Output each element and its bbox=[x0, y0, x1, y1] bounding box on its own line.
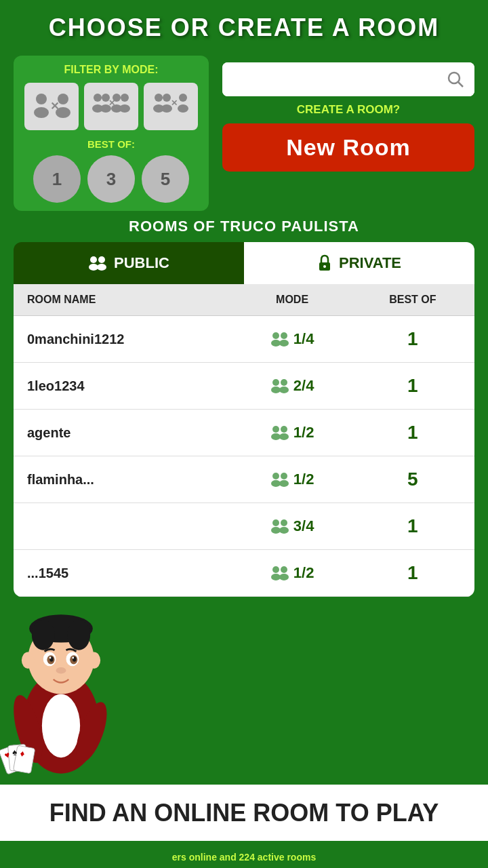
search-button[interactable] bbox=[436, 62, 474, 96]
room-bestof-5: 1 bbox=[365, 562, 461, 584]
svg-point-51 bbox=[281, 566, 287, 573]
table-row[interactable]: 3/4 1 bbox=[14, 503, 474, 550]
rooms-table: ROOM NAME MODE BEST OF 0manchini1212 1/4… bbox=[14, 284, 474, 597]
svg-point-45 bbox=[272, 519, 279, 526]
room-name-2: agente bbox=[27, 425, 220, 441]
people-icon bbox=[270, 565, 289, 581]
svg-point-28 bbox=[323, 265, 326, 268]
svg-point-58 bbox=[32, 620, 55, 650]
bestof-btn-3[interactable]: 3 bbox=[87, 155, 135, 203]
people-icon bbox=[270, 425, 289, 441]
room-mode-0: 1/4 bbox=[220, 330, 364, 348]
people-icon bbox=[270, 471, 289, 488]
mascot-svg: ♥ ♠ ♦ bbox=[0, 576, 129, 780]
room-mode-3: 1/2 bbox=[220, 471, 364, 488]
svg-point-33 bbox=[272, 379, 279, 386]
svg-point-40 bbox=[279, 433, 289, 440]
svg-point-32 bbox=[279, 340, 289, 347]
svg-point-26 bbox=[97, 264, 106, 271]
svg-point-25 bbox=[98, 256, 105, 263]
create-label: CREATE A ROOM? bbox=[222, 103, 474, 117]
room-bestof-2: 1 bbox=[365, 422, 461, 443]
svg-point-10 bbox=[113, 94, 121, 102]
room-name-0: 0manchini1212 bbox=[27, 332, 220, 347]
svg-point-12 bbox=[121, 94, 129, 102]
room-mode-5: 1/2 bbox=[220, 564, 364, 582]
svg-point-48 bbox=[279, 527, 289, 534]
people-icon bbox=[270, 331, 289, 347]
table-row[interactable]: flaminha... 1/2 5 bbox=[14, 456, 474, 503]
svg-point-35 bbox=[281, 379, 287, 386]
right-panel: CREATE A ROOM? New Room bbox=[222, 56, 474, 172]
public-icon bbox=[88, 255, 107, 271]
col-room-name: ROOM NAME bbox=[27, 294, 220, 306]
bottom-text: FIND AN ONLINE ROOM TO PLAY bbox=[14, 798, 474, 827]
svg-point-37 bbox=[272, 426, 279, 433]
header: CHOOSE OR CREATE A ROOM bbox=[0, 0, 488, 49]
bestof-btn-1[interactable]: 1 bbox=[33, 155, 81, 203]
svg-point-24 bbox=[89, 264, 98, 271]
tab-private-label: PRIVATE bbox=[339, 254, 401, 272]
svg-point-49 bbox=[272, 566, 279, 573]
svg-point-3 bbox=[58, 94, 68, 104]
svg-point-34 bbox=[271, 387, 281, 393]
table-header: ROOM NAME MODE BEST OF bbox=[14, 284, 474, 316]
col-bestof: BEST OF bbox=[365, 294, 461, 306]
filter-panel: FILTER BY MODE: ✕ bbox=[14, 56, 474, 211]
svg-text:♠: ♠ bbox=[12, 747, 17, 758]
bestof-btn-5[interactable]: 5 bbox=[142, 155, 189, 203]
svg-point-68 bbox=[56, 667, 66, 673]
filter-box: FILTER BY MODE: ✕ bbox=[14, 56, 209, 211]
mode-text-2: 1/2 bbox=[293, 424, 314, 441]
bestof-buttons: 1 3 5 bbox=[24, 155, 198, 203]
svg-point-5 bbox=[94, 94, 102, 102]
svg-point-0 bbox=[36, 94, 47, 104]
new-room-button[interactable]: New Room bbox=[222, 123, 474, 172]
room-name-1: 1leo1234 bbox=[27, 378, 220, 394]
lock-icon bbox=[317, 254, 332, 272]
filter-label: FILTER BY MODE: bbox=[24, 64, 198, 76]
svg-point-39 bbox=[281, 426, 287, 433]
tab-public[interactable]: PUBLIC bbox=[14, 242, 244, 284]
mode-text-5: 1/2 bbox=[293, 564, 314, 582]
mode-2vx-icon: ✕ bbox=[150, 90, 191, 123]
rooms-section: ROOMS OF TRUCO PAULISTA PUBLIC PRIVATE R… bbox=[14, 218, 474, 597]
svg-line-22 bbox=[458, 82, 463, 87]
mode-text-0: 1/4 bbox=[293, 330, 314, 348]
table-row[interactable]: 1leo1234 2/4 1 bbox=[14, 363, 474, 410]
room-bestof-4: 1 bbox=[365, 515, 461, 537]
mode-btn-1v1[interactable]: ✕ bbox=[24, 83, 79, 130]
table-row[interactable]: 0manchini1212 1/4 1 bbox=[14, 316, 474, 363]
tab-public-label: PUBLIC bbox=[114, 254, 169, 272]
bestof-label: BEST OF: bbox=[24, 138, 198, 150]
mode-btn-2v2[interactable]: ✕ bbox=[84, 83, 138, 130]
svg-point-14 bbox=[155, 94, 163, 102]
search-bar bbox=[222, 62, 474, 96]
bottom-banner: FIND AN ONLINE ROOM TO PLAY bbox=[0, 785, 488, 841]
room-name-3: flaminha... bbox=[27, 472, 220, 488]
mode-text-3: 1/2 bbox=[293, 471, 314, 488]
mode-btn-2vx[interactable]: ✕ bbox=[144, 83, 198, 130]
svg-point-30 bbox=[271, 340, 281, 347]
table-row[interactable]: agente 1/2 1 bbox=[14, 410, 474, 456]
svg-point-23 bbox=[90, 256, 97, 263]
search-input[interactable] bbox=[222, 62, 436, 96]
room-mode-2: 1/2 bbox=[220, 424, 364, 441]
svg-point-70 bbox=[87, 652, 100, 669]
svg-point-52 bbox=[279, 574, 289, 580]
mode-text-4: 3/4 bbox=[293, 517, 314, 535]
room-mode-4: 3/4 bbox=[220, 517, 364, 535]
mode-buttons: ✕ ✕ bbox=[24, 83, 198, 130]
svg-point-43 bbox=[281, 473, 287, 479]
room-bestof-3: 5 bbox=[365, 469, 461, 490]
svg-point-47 bbox=[281, 519, 287, 526]
svg-point-20 bbox=[178, 104, 188, 113]
svg-point-38 bbox=[271, 433, 281, 440]
mascot: ♥ ♠ ♦ bbox=[0, 576, 129, 780]
svg-point-69 bbox=[22, 652, 35, 669]
tab-private[interactable]: PRIVATE bbox=[244, 242, 474, 284]
svg-point-67 bbox=[72, 657, 74, 659]
svg-point-13 bbox=[119, 104, 130, 113]
svg-point-36 bbox=[279, 387, 289, 393]
footer-status: ers online and 224 active rooms bbox=[0, 852, 488, 863]
